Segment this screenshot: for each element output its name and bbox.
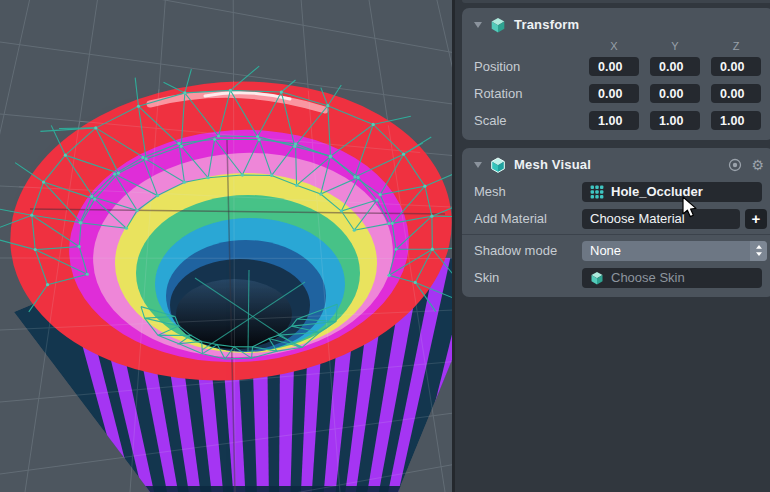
add-material-button[interactable]: + [745, 209, 767, 229]
rotation-z-field[interactable] [711, 84, 761, 103]
scale-z-field[interactable] [711, 111, 761, 130]
mesh-visual-section: Mesh Visual ⚙ Mesh [462, 148, 770, 297]
choose-material-placeholder: Choose Material [590, 211, 685, 226]
transform-title: Transform [514, 17, 579, 32]
mesh-value-field[interactable]: Hole_Occluder [582, 182, 762, 202]
scale-x-field[interactable] [589, 111, 639, 130]
mesh-label: Mesh [470, 184, 582, 199]
chevron-down-icon[interactable] [474, 162, 482, 168]
shadow-mode-row: Shadow mode None [462, 237, 770, 264]
scale-label: Scale [470, 113, 578, 128]
add-material-row: Add Material Choose Material + [462, 205, 770, 232]
shadow-mode-value: None [590, 243, 621, 258]
app-window: Transform X Y Z Position Rotation [0, 0, 770, 492]
rotation-x-field[interactable] [589, 84, 639, 103]
position-x-field[interactable] [589, 57, 639, 76]
mesh-visual-title: Mesh Visual [514, 157, 591, 172]
inspector-panel: Transform X Y Z Position Rotation [452, 0, 770, 492]
shadow-mode-label: Shadow mode [470, 243, 582, 258]
dropdown-stepper-icon [750, 241, 767, 261]
mesh-visual-header: Mesh Visual ⚙ [462, 148, 770, 178]
transform-section: Transform X Y Z Position Rotation [462, 8, 770, 140]
target-icon[interactable] [727, 157, 743, 173]
mesh-grid-icon [590, 185, 604, 199]
skin-label: Skin [470, 270, 582, 285]
shadow-mode-dropdown[interactable]: None [582, 241, 767, 261]
scale-y-field[interactable] [650, 111, 700, 130]
scrolled-card-remnant [462, 0, 770, 3]
chevron-down-icon[interactable] [474, 22, 482, 28]
rotation-y-field[interactable] [650, 84, 700, 103]
mesh-row: Mesh Hole_Occluder [462, 178, 770, 205]
choose-skin-field[interactable]: Choose Skin [582, 268, 762, 288]
transform-cube-icon [490, 17, 506, 33]
3d-scene-canvas[interactable] [0, 0, 452, 492]
position-label: Position [470, 59, 578, 74]
skin-cube-icon [590, 271, 604, 285]
choose-material-field[interactable]: Choose Material [582, 209, 740, 229]
skin-row: Skin Choose Skin [462, 264, 770, 291]
axis-x-label: X [589, 40, 639, 52]
position-row: Position [462, 53, 770, 80]
section-divider [462, 234, 770, 235]
scale-row: Scale [462, 107, 770, 134]
3d-viewport[interactable] [0, 0, 452, 492]
rotation-label: Rotation [470, 86, 578, 101]
gear-icon[interactable]: ⚙ [751, 158, 764, 172]
axis-y-label: Y [650, 40, 700, 52]
axis-header-row: X Y Z [462, 38, 770, 53]
position-z-field[interactable] [711, 57, 761, 76]
position-y-field[interactable] [650, 57, 700, 76]
choose-skin-placeholder: Choose Skin [611, 270, 685, 285]
add-material-label: Add Material [470, 211, 582, 226]
mesh-value: Hole_Occluder [611, 184, 703, 199]
rotation-row: Rotation [462, 80, 770, 107]
axis-z-label: Z [711, 40, 761, 52]
mesh-visual-cube-icon [490, 157, 506, 173]
transform-header: Transform [462, 8, 770, 38]
